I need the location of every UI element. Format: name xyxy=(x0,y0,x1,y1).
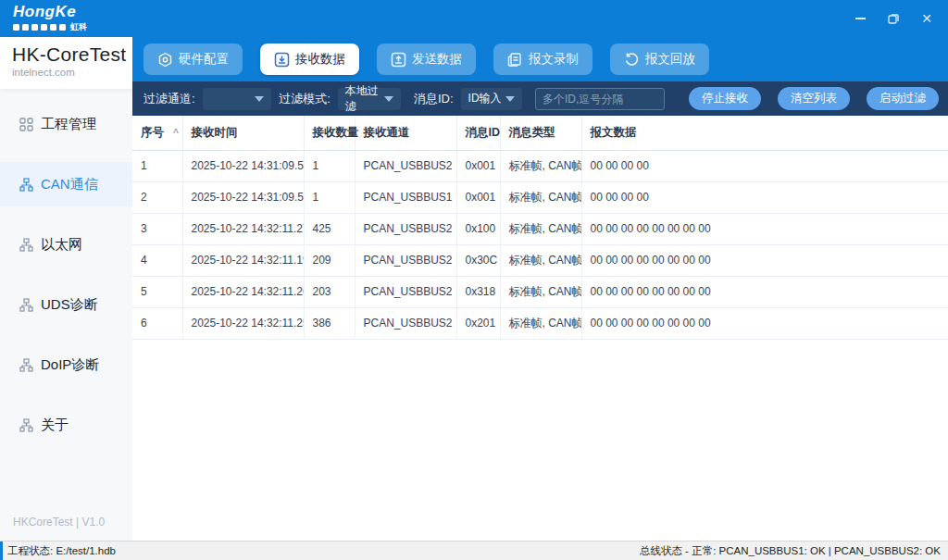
status-bar: 工程状态: E:/test/1.hdb 总线状态 - 正常: PCAN_USBB… xyxy=(0,541,948,560)
cell-index: 3 xyxy=(132,213,182,244)
sidebar-menu: 工程管理 CAN通信 以太网 UDS诊断 DoIP诊断 xyxy=(0,89,132,447)
table-row[interactable]: 2 2025-10-22 14:31:09.526 1 PCAN_USBBUS1… xyxy=(132,181,948,213)
table-row[interactable]: 1 2025-10-22 14:31:09.504 1 PCAN_USBBUS2… xyxy=(132,150,948,181)
close-icon[interactable]: ✕ xyxy=(920,12,933,25)
sort-asc-icon[interactable]: ^ xyxy=(173,128,179,138)
cell-receive-channel: PCAN_USBBUS2 xyxy=(355,150,456,181)
cell-message-id: 0x100 xyxy=(456,213,500,244)
sidebar-item-ethernet[interactable]: 以太网 xyxy=(0,222,132,267)
message-ids-input[interactable] xyxy=(535,88,665,110)
filter-channel-label: 过滤通道: xyxy=(143,91,195,107)
cell-receive-time: 2025-10-22 14:32:11.257 xyxy=(182,307,304,339)
cell-message-type: 标准帧, CAN帧 xyxy=(500,307,581,339)
project-status-text: 工程状态: E:/test/1.hdb xyxy=(7,544,116,558)
toolbar-button-label: 接收数据 xyxy=(295,51,345,68)
message-record-button[interactable]: 报文录制 xyxy=(493,44,592,75)
column-header-message-id[interactable]: 消息ID xyxy=(456,116,500,150)
table-row[interactable]: 6 2025-10-22 14:32:11.257 386 PCAN_USBBU… xyxy=(132,307,948,339)
cell-message-data: 00 00 00 00 00 00 00 00 xyxy=(581,213,948,244)
cell-receive-time: 2025-10-22 14:32:11.193 xyxy=(182,244,304,276)
column-header-receive-channel[interactable]: 接收通道 xyxy=(355,116,456,150)
toolbar-button-label: 硬件配置 xyxy=(179,51,229,68)
receive-data-table: 序号^ 接收时间 接收数量 接收通道 消息ID 消息类型 报文数据 1 2025… xyxy=(132,116,948,340)
column-header-receive-time[interactable]: 接收时间 xyxy=(182,116,304,150)
app-subtitle: intelnect.com xyxy=(12,67,132,78)
receive-data-button[interactable]: 接收数据 xyxy=(260,44,359,75)
cell-receive-count: 203 xyxy=(304,276,355,307)
cell-receive-channel: PCAN_USBBUS1 xyxy=(355,181,456,213)
table-row[interactable]: 3 2025-10-22 14:32:11.274 425 PCAN_USBBU… xyxy=(132,213,948,244)
cell-index: 6 xyxy=(132,307,182,339)
download-tray-icon xyxy=(274,52,290,68)
grid-icon xyxy=(19,118,33,131)
main-area: 硬件配置 接收数据 发送数据 报文录制 报文回放 xyxy=(132,37,948,541)
table-row[interactable]: 4 2025-10-22 14:32:11.193 209 PCAN_USBBU… xyxy=(132,244,948,276)
cell-message-type: 标准帧, CAN帧 xyxy=(500,213,581,244)
filter-channel-select[interactable] xyxy=(203,88,272,110)
cell-message-id: 0x001 xyxy=(456,150,500,181)
message-replay-button[interactable]: 报文回放 xyxy=(610,44,709,75)
message-id-mode-value: ID输入 xyxy=(468,91,502,106)
sidebar-item-label: CAN通信 xyxy=(41,176,98,193)
minimize-icon[interactable] xyxy=(854,12,867,25)
logo-brand-text: HongKe xyxy=(13,4,87,19)
filter-mode-select[interactable]: 本地过滤 xyxy=(338,88,401,110)
sidebar-item-about[interactable]: 关于 xyxy=(0,403,132,447)
sitemap-icon xyxy=(19,418,33,432)
sidebar-item-label: 以太网 xyxy=(41,236,82,254)
sitemap-icon xyxy=(19,238,33,252)
message-id-label: 消息ID: xyxy=(414,91,454,107)
start-filter-button[interactable]: 启动过滤 xyxy=(867,87,939,110)
sitemap-icon xyxy=(19,178,33,192)
cell-message-data: 00 00 00 00 xyxy=(581,181,948,213)
sidebar-item-doip-diagnosis[interactable]: DoIP诊断 xyxy=(0,342,132,387)
cell-receive-channel: PCAN_USBBUS2 xyxy=(355,307,456,339)
upload-tray-icon xyxy=(391,52,406,68)
column-header-receive-count[interactable]: 接收数量 xyxy=(304,116,355,150)
hongke-logo: HongKe 虹科 xyxy=(0,4,87,33)
logo-cn-text: 虹科 xyxy=(70,21,87,33)
cell-message-id: 0x318 xyxy=(456,276,500,307)
cell-receive-channel: PCAN_USBBUS2 xyxy=(355,244,456,276)
app-version: HKCoreTest | V1.0 xyxy=(13,516,105,529)
bus-status-text: 总线状态 - 正常: PCAN_USBBUS1: OK | PCAN_USBBU… xyxy=(640,544,941,558)
cell-receive-time: 2025-10-22 14:32:11.265 xyxy=(182,276,304,307)
sidebar-item-label: DoIP诊断 xyxy=(41,356,99,374)
cell-index: 4 xyxy=(132,244,182,276)
toolbar-button-label: 报文回放 xyxy=(645,51,695,68)
hex-gear-icon xyxy=(157,52,173,68)
cell-index: 1 xyxy=(132,150,182,181)
send-data-button[interactable]: 发送数据 xyxy=(377,44,476,75)
restore-icon[interactable] xyxy=(887,12,900,25)
cell-message-type: 标准帧, CAN帧 xyxy=(500,150,581,181)
column-header-message-type[interactable]: 消息类型 xyxy=(500,116,581,150)
sidebar-item-can-communication[interactable]: CAN通信 xyxy=(0,162,132,206)
stop-receive-button[interactable]: 停止接收 xyxy=(689,87,761,110)
message-id-mode-select[interactable]: ID输入 xyxy=(461,88,522,110)
cell-receive-count: 1 xyxy=(304,150,355,181)
sidebar-item-uds-diagnosis[interactable]: UDS诊断 xyxy=(0,282,132,327)
column-header-message-data[interactable]: 报文数据 xyxy=(581,116,948,150)
sidebar: HK-CoreTest intelnect.com 工程管理 CAN通信 以太网 xyxy=(0,37,132,541)
cell-message-data: 00 00 00 00 xyxy=(581,150,948,181)
cell-receive-time: 2025-10-22 14:31:09.526 xyxy=(182,181,304,213)
cell-receive-time: 2025-10-22 14:31:09.504 xyxy=(182,150,304,181)
document-record-icon xyxy=(507,52,523,68)
receive-data-table-area: 序号^ 接收时间 接收数量 接收通道 消息ID 消息类型 报文数据 1 2025… xyxy=(132,116,948,541)
logo-dots: 虹科 xyxy=(13,21,87,33)
cell-receive-count: 209 xyxy=(304,244,355,276)
cell-message-type: 标准帧, CAN帧 xyxy=(500,181,581,213)
clear-list-button[interactable]: 清空列表 xyxy=(778,87,850,110)
cell-receive-time: 2025-10-22 14:32:11.274 xyxy=(182,213,304,244)
replay-icon xyxy=(624,52,640,68)
cell-receive-channel: PCAN_USBBUS2 xyxy=(355,276,456,307)
cell-message-id: 0x201 xyxy=(456,307,500,339)
cell-index: 5 xyxy=(132,276,182,307)
cell-message-id: 0x30C xyxy=(456,244,500,276)
table-row[interactable]: 5 2025-10-22 14:32:11.265 203 PCAN_USBBU… xyxy=(132,276,948,307)
window-controls: ✕ xyxy=(854,12,933,25)
hardware-config-button[interactable]: 硬件配置 xyxy=(143,44,243,75)
sidebar-item-project-management[interactable]: 工程管理 xyxy=(0,102,132,146)
filter-mode-value: 本地过滤 xyxy=(345,83,384,115)
column-header-index[interactable]: 序号^ xyxy=(132,116,182,150)
